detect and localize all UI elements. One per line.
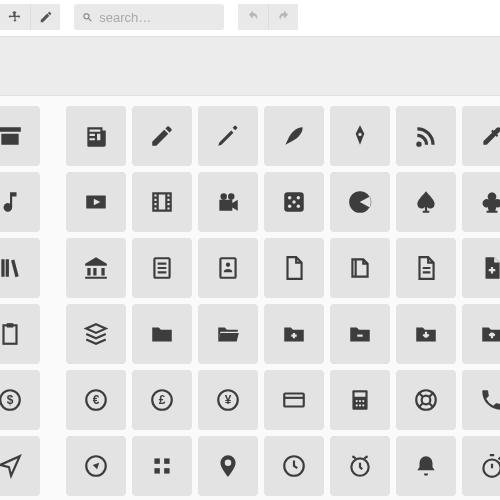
film-icon[interactable]	[132, 172, 192, 232]
icon-grid: $ € £ ¥	[0, 96, 500, 500]
svg-point-2	[297, 196, 300, 199]
move-tool-button[interactable]	[0, 4, 30, 30]
svg-point-37	[483, 460, 500, 477]
edit-tool-button[interactable]	[30, 4, 60, 30]
svg-rect-9	[4, 325, 17, 343]
files-icon[interactable]	[330, 238, 390, 298]
fountain-pen-icon[interactable]	[330, 106, 390, 166]
video-camera-icon[interactable]	[198, 172, 258, 232]
euro-circle-icon[interactable]: €	[66, 370, 126, 430]
file-text-icon[interactable]	[396, 238, 456, 298]
file-plus-icon[interactable]	[462, 238, 500, 298]
rss-icon[interactable]	[396, 106, 456, 166]
folder-download-icon[interactable]	[396, 304, 456, 364]
bell-icon[interactable]	[396, 436, 456, 496]
svg-rect-34	[164, 468, 169, 473]
clock-icon[interactable]	[264, 436, 324, 496]
pound-circle-icon[interactable]: £	[132, 370, 192, 430]
tool-group-history	[238, 4, 298, 30]
undo-icon	[246, 10, 260, 24]
spade-icon[interactable]	[396, 172, 456, 232]
calculator-icon[interactable]	[330, 370, 390, 430]
alarm-icon[interactable]	[330, 436, 390, 496]
svg-text:¥: ¥	[225, 393, 232, 407]
shop-icon[interactable]	[0, 106, 40, 166]
svg-rect-7	[220, 258, 235, 278]
toolbar	[0, 0, 500, 36]
svg-point-5	[297, 205, 300, 208]
category-header	[0, 36, 500, 96]
dice-icon[interactable]	[264, 172, 324, 232]
svg-point-25	[356, 404, 358, 406]
folder-icon[interactable]	[132, 304, 192, 364]
phone-icon[interactable]	[462, 370, 500, 430]
location-arrow-icon[interactable]	[0, 436, 40, 496]
svg-rect-33	[154, 468, 159, 473]
svg-text:$: $	[7, 393, 14, 407]
stack-icon[interactable]	[66, 304, 126, 364]
newspaper-icon[interactable]	[66, 106, 126, 166]
pin-icon[interactable]	[198, 436, 258, 496]
redo-icon	[277, 10, 291, 24]
tool-group-edit	[0, 4, 60, 30]
undo-button[interactable]	[238, 4, 268, 30]
svg-point-29	[422, 396, 431, 405]
profile-document-icon[interactable]	[198, 238, 258, 298]
music-note-icon[interactable]	[0, 172, 40, 232]
svg-rect-10	[7, 323, 14, 327]
svg-point-3	[292, 200, 295, 203]
svg-rect-19	[284, 394, 304, 407]
svg-text:€: €	[93, 393, 100, 407]
pen-icon[interactable]	[198, 106, 258, 166]
credit-card-icon[interactable]	[264, 370, 324, 430]
feather-icon[interactable]	[264, 106, 324, 166]
search-icon	[82, 11, 93, 24]
pencil-icon[interactable]	[132, 106, 192, 166]
folder-upload-icon[interactable]	[462, 304, 500, 364]
youtube-play-icon[interactable]	[66, 172, 126, 232]
svg-point-8	[226, 263, 230, 267]
folder-minus-icon[interactable]	[330, 304, 390, 364]
books-icon[interactable]	[0, 238, 40, 298]
svg-point-26	[359, 404, 361, 406]
yen-circle-icon[interactable]: ¥	[198, 370, 258, 430]
redo-button[interactable]	[268, 4, 298, 30]
bank-icon[interactable]	[66, 238, 126, 298]
document-lines-icon[interactable]	[132, 238, 192, 298]
move-icon	[8, 10, 22, 24]
clipboard-icon[interactable]	[0, 304, 40, 364]
folder-open-icon[interactable]	[198, 304, 258, 364]
svg-rect-31	[154, 458, 159, 463]
svg-rect-21	[355, 392, 366, 396]
grid-small-icon[interactable]	[132, 436, 192, 496]
lifebuoy-icon[interactable]	[396, 370, 456, 430]
dollar-circle-icon[interactable]: $	[0, 370, 40, 430]
svg-point-24	[362, 400, 364, 402]
stopwatch-icon[interactable]	[462, 436, 500, 496]
file-icon[interactable]	[264, 238, 324, 298]
svg-point-22	[356, 400, 358, 402]
pencil-icon	[39, 10, 53, 24]
eyedropper-icon[interactable]	[462, 106, 500, 166]
compass-icon[interactable]	[66, 436, 126, 496]
folder-plus-icon[interactable]	[264, 304, 324, 364]
svg-point-23	[359, 400, 361, 402]
club-icon[interactable]	[462, 172, 500, 232]
search-input[interactable]	[99, 10, 216, 25]
svg-text:£: £	[159, 393, 166, 407]
svg-point-1	[288, 196, 291, 199]
search-box[interactable]	[74, 4, 224, 30]
svg-point-27	[362, 404, 364, 406]
svg-rect-32	[164, 458, 169, 463]
svg-point-4	[288, 205, 291, 208]
pacman-icon[interactable]	[330, 172, 390, 232]
